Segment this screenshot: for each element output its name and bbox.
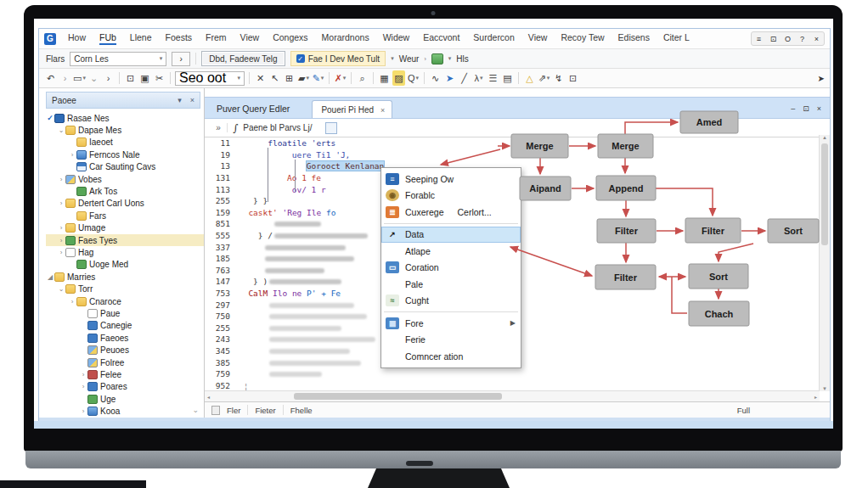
tree-item[interactable]: Canegie bbox=[46, 320, 204, 332]
horizontal-scrollbar[interactable]: ◂ ▸ bbox=[205, 390, 820, 401]
view-dropdown[interactable]: Weur bbox=[399, 54, 420, 64]
toolbar-icon[interactable]: △ bbox=[523, 70, 536, 86]
tree-item[interactable]: Ark Tos bbox=[46, 185, 204, 197]
context-menu-item-cuxerege[interactable]: ≣CuxeregeCerlort... bbox=[381, 204, 521, 221]
tree-item[interactable]: ›Cnaroce bbox=[46, 295, 204, 307]
toolbar-icon[interactable]: ↖ bbox=[268, 70, 281, 86]
tree-item[interactable]: ›Felee bbox=[46, 368, 204, 380]
toolbar-icon[interactable]: ▨ bbox=[392, 70, 405, 86]
context-menu-item-fore[interactable]: ▦Fore▶ bbox=[381, 315, 521, 332]
toolbar-icon[interactable]: ▤ bbox=[501, 70, 514, 86]
toolbar-icon[interactable]: ⊡ bbox=[566, 70, 579, 86]
menu-item-frem[interactable]: Frem bbox=[206, 32, 227, 45]
tree-item[interactable]: ›Kooa bbox=[46, 405, 204, 417]
scroll-down-hint-icon[interactable]: ⌄ bbox=[192, 406, 199, 414]
tree-item[interactable]: ›Vobes bbox=[46, 173, 204, 185]
context-menu-item-seeping-ow[interactable]: ≡Seeping Ow bbox=[381, 171, 521, 188]
status-item[interactable]: Fieter bbox=[255, 406, 275, 415]
toolbar-icon[interactable]: ∿ bbox=[429, 70, 442, 86]
chevron-down-icon[interactable]: ▾ bbox=[391, 55, 394, 62]
toolbar-icon[interactable]: ⊞ bbox=[283, 70, 296, 86]
vertical-scrollbar[interactable]: ▲ ▼ bbox=[819, 135, 830, 391]
context-menu-item-data[interactable]: ↗Data bbox=[381, 227, 521, 244]
views-button[interactable]: Dbd, Fadeew Telg bbox=[201, 51, 285, 66]
tree-item[interactable]: Folree bbox=[46, 356, 204, 368]
tree-item[interactable]: Uge bbox=[46, 393, 204, 405]
expander-icon[interactable]: › bbox=[68, 151, 76, 159]
menu-item-llene[interactable]: Llene bbox=[130, 32, 152, 45]
formula-checkbox-icon[interactable] bbox=[325, 122, 337, 134]
code-line[interactable]: 759 bbox=[205, 368, 830, 380]
tab-close-icon[interactable]: × bbox=[380, 106, 385, 115]
close-icon[interactable]: × bbox=[817, 104, 821, 113]
menu-icon[interactable]: ≡ bbox=[752, 32, 766, 45]
toolbar-icon[interactable]: ✎▾ bbox=[312, 70, 324, 86]
toolbar-icon[interactable]: ↶ bbox=[44, 70, 57, 86]
expand-formula-button[interactable]: » bbox=[210, 123, 228, 132]
highlighted-toggle[interactable]: ✓ Fae I Dev Meo Tult bbox=[290, 51, 386, 66]
status-item[interactable]: Fhelle bbox=[290, 406, 313, 415]
menu-item-congexs[interactable]: Congexs bbox=[273, 32, 307, 45]
toolbar-icon[interactable]: ✂ bbox=[153, 70, 166, 86]
help-icon[interactable]: ? bbox=[795, 32, 809, 45]
tree-item[interactable]: ›Ferncos Nale bbox=[46, 149, 204, 160]
tree-item[interactable]: ›Dertert Carl Uons bbox=[46, 198, 204, 210]
toolbar-icon[interactable]: ⇗▾ bbox=[538, 70, 550, 86]
scroll-down-icon[interactable]: ▼ bbox=[822, 386, 827, 391]
tree-item[interactable]: Fars bbox=[46, 210, 204, 222]
status-item[interactable]: Fler bbox=[227, 406, 240, 415]
filter-combobox[interactable]: Corn Les ▾ bbox=[70, 52, 166, 66]
menu-item-widew[interactable]: Widew bbox=[383, 32, 410, 45]
toolbar-icon[interactable]: › bbox=[59, 70, 71, 86]
pane-caption[interactable]: Puver Query Edler bbox=[217, 104, 290, 114]
close-icon[interactable]: × bbox=[190, 96, 194, 104]
code-line[interactable]: 11floatile 'erts bbox=[205, 137, 830, 149]
toolbar-icon[interactable]: ▦ bbox=[378, 70, 391, 86]
pin-icon[interactable]: ▾ bbox=[178, 96, 182, 104]
minimize-icon[interactable]: – bbox=[791, 104, 795, 113]
expander-icon[interactable]: ⌄ bbox=[57, 126, 65, 134]
context-menu-item-forablc[interactable]: ◉Forablc bbox=[381, 188, 521, 205]
scroll-right-icon[interactable]: ▸ bbox=[814, 394, 817, 400]
context-menu-item-atlape[interactable]: Atlape bbox=[381, 243, 521, 260]
menu-item-how[interactable]: How bbox=[68, 32, 86, 45]
toolbar-icon[interactable]: ✕ bbox=[254, 70, 267, 86]
toolbar-icon[interactable]: λ▾ bbox=[472, 70, 485, 86]
toolbar-icon[interactable]: ➤ bbox=[443, 70, 456, 86]
tree-item[interactable]: Peuoes bbox=[46, 344, 204, 356]
scrollbar-thumb[interactable] bbox=[294, 393, 502, 400]
menu-item-citer-l[interactable]: Citer L bbox=[663, 32, 690, 45]
expander-icon[interactable]: › bbox=[57, 237, 65, 244]
filter-go-button[interactable]: › bbox=[172, 52, 190, 66]
expander-icon[interactable]: › bbox=[79, 407, 87, 415]
tree-item[interactable]: Faeoes bbox=[46, 332, 204, 344]
tree-item[interactable]: Car Sauting Cavs bbox=[46, 161, 204, 173]
formula-text[interactable]: Paene bl Parvs Lj/ bbox=[243, 123, 312, 132]
scrollbar-thumb[interactable] bbox=[821, 143, 828, 245]
toolbar-icon[interactable]: › bbox=[102, 70, 115, 86]
menu-item-view[interactable]: View bbox=[528, 32, 548, 45]
expander-icon[interactable]: › bbox=[79, 383, 87, 390]
menu-item-foests[interactable]: Foests bbox=[166, 32, 193, 45]
tree-item[interactable]: Iaeoet bbox=[46, 137, 204, 149]
tree-item[interactable]: ⌄Torr bbox=[46, 283, 204, 294]
menu-item-view[interactable]: View bbox=[240, 32, 260, 45]
menu-item-eaccvont[interactable]: Eaccvont bbox=[423, 32, 459, 45]
toolbar-icon[interactable]: ⌕ bbox=[356, 70, 369, 86]
expander-icon[interactable]: › bbox=[68, 298, 76, 306]
code-line[interactable]: 19uere Ti1 'J, bbox=[205, 149, 830, 161]
toolbar-icon[interactable]: ▭▾ bbox=[73, 70, 86, 86]
toolbar-overflow-arrow[interactable]: ➤ bbox=[818, 74, 825, 83]
toolbar-icon[interactable]: ✗▾ bbox=[334, 70, 347, 86]
tree-item[interactable]: Paue bbox=[46, 307, 204, 319]
chevron-down-icon[interactable]: ▾ bbox=[448, 55, 452, 62]
menu-item-surdercon[interactable]: Surdercon bbox=[473, 32, 514, 45]
scroll-up-icon[interactable]: ▲ bbox=[822, 135, 827, 140]
expander-icon[interactable]: › bbox=[57, 176, 65, 183]
table-icon[interactable] bbox=[431, 53, 443, 65]
expander-icon[interactable]: › bbox=[57, 224, 65, 232]
context-menu-item-cught[interactable]: ≈Cught bbox=[381, 293, 521, 310]
restore-icon[interactable]: ⊡ bbox=[766, 32, 781, 45]
toolbar-icon[interactable]: Q▾ bbox=[407, 70, 420, 86]
toolbar-icon[interactable]: ↯ bbox=[552, 70, 565, 86]
